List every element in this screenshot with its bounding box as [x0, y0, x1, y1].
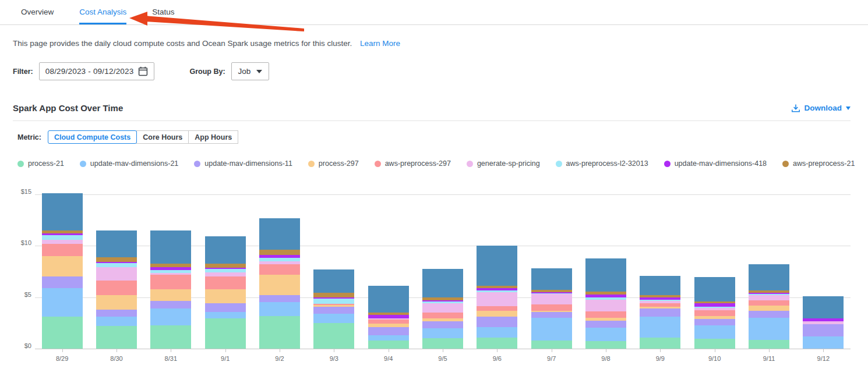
legend-item-update-mav-dimensions-418[interactable]: update-mav-dimensions-418 — [664, 159, 767, 168]
stacked-bar-9-8[interactable] — [585, 258, 626, 349]
bar-segment-update-mav-dimensions-21 — [205, 312, 246, 319]
legend-label: aws-preprocess-l2-32013 — [566, 159, 648, 168]
bar-segment-process-21 — [259, 316, 300, 349]
stacked-bar-9-7[interactable] — [531, 268, 572, 349]
legend-dot-icon — [664, 161, 671, 167]
bar-segment-other — [205, 236, 246, 264]
learn-more-link[interactable]: Learn More — [360, 39, 400, 48]
bar-segment-other — [803, 296, 844, 318]
description-text: This page provides the daily cloud compu… — [13, 39, 352, 48]
legend-dot-icon — [782, 161, 789, 167]
legend-dot-icon — [80, 161, 86, 167]
bar-segment-update-mav-dimensions-11 — [803, 324, 844, 336]
bar-segment-other — [368, 286, 409, 313]
legend-item-aws-preprocess-297[interactable]: aws-preprocess-297 — [375, 159, 451, 168]
bar-segment-other — [96, 230, 137, 257]
bar-segment-update-mav-dimensions-11 — [422, 321, 463, 328]
bar-segment-aws-preprocess-l2-32013 — [96, 263, 137, 267]
bar-segment-process-21 — [205, 318, 246, 349]
bar-segment-aws-preprocess-21 — [96, 257, 137, 262]
legend-dot-icon — [17, 161, 24, 167]
filter-row: Filter: 08/29/2023 - 09/12/2023 Group By… — [13, 62, 851, 80]
chart-plot — [35, 177, 851, 349]
legend-item-update-mav-dimensions-11[interactable]: update-mav-dimensions-11 — [194, 159, 292, 168]
bar-segment-other — [422, 269, 463, 297]
x-tick-label: 9/8 — [601, 355, 610, 362]
legend-dot-icon — [467, 161, 473, 167]
stacked-bar-9-3[interactable] — [313, 269, 354, 349]
legend-label: generate-sp-pricing — [477, 159, 540, 168]
bar-segment-update-mav-dimensions-11 — [42, 276, 83, 288]
bar-segment-other — [477, 246, 517, 286]
bar-segment-other — [259, 218, 300, 250]
stacked-bar-9-1[interactable] — [205, 236, 246, 349]
bar-segment-aws-preprocess-l2-32013 — [42, 235, 83, 240]
x-tick — [280, 349, 280, 352]
bar-segment-update-mav-dimensions-21 — [803, 336, 844, 349]
tab-overview[interactable]: Overview — [21, 8, 54, 24]
tab-status[interactable]: Status — [152, 8, 174, 24]
stacked-bar-9-4[interactable] — [368, 286, 409, 349]
legend-label: update-mav-dimensions-11 — [204, 159, 292, 168]
legend-item-generate-sp-pricing[interactable]: generate-sp-pricing — [467, 159, 540, 168]
bar-segment-other — [150, 230, 191, 264]
date-range-picker[interactable]: 08/29/2023 - 09/12/2023 — [39, 62, 155, 80]
section-divider — [13, 120, 851, 121]
legend-label: process-297 — [319, 159, 359, 168]
stacked-bar-8-30[interactable] — [96, 230, 137, 349]
stacked-bar-9-6[interactable] — [477, 246, 517, 349]
bar-segment-update-mav-dimensions-21 — [259, 302, 300, 316]
legend-item-process-21[interactable]: process-21 — [17, 159, 64, 168]
group-by-dropdown[interactable]: Job — [231, 62, 270, 80]
legend-item-process-297[interactable]: process-297 — [308, 159, 359, 168]
metric-button-app-hours[interactable]: App Hours — [188, 130, 238, 144]
legend-item-aws-preprocess-l2-32013[interactable]: aws-preprocess-l2-32013 — [556, 159, 648, 168]
bar-segment-update-mav-dimensions-11 — [205, 303, 246, 312]
legend-label: update-mav-dimensions-418 — [675, 159, 767, 168]
legend-dot-icon — [194, 161, 200, 167]
bar-segment-process-21 — [96, 326, 137, 349]
x-tick — [117, 349, 117, 352]
x-tick — [225, 349, 226, 352]
stacked-bar-9-11[interactable] — [749, 264, 789, 349]
chart-legend: process-21update-mav-dimensions-21update… — [13, 159, 851, 168]
bar-segment-update-mav-dimensions-21 — [313, 314, 354, 323]
stacked-bar-9-12[interactable] — [803, 296, 844, 349]
bar-segment-aws-preprocess-297 — [205, 276, 246, 289]
bar-segment-other — [749, 264, 789, 290]
bar-segment-update-mav-dimensions-11 — [531, 312, 572, 318]
bar-segment-aws-preprocess-21 — [313, 293, 354, 297]
bar-segment-update-mav-dimensions-21 — [640, 317, 680, 338]
x-tick — [171, 349, 171, 352]
bar-segment-aws-preprocess-297 — [259, 264, 300, 275]
page-description: This page provides the daily cloud compu… — [13, 39, 851, 48]
bar-segment-process-21 — [313, 323, 354, 349]
bar-segment-update-mav-dimensions-11 — [694, 319, 735, 325]
stacked-bar-8-29[interactable] — [42, 193, 83, 349]
x-axis-labels: 8/298/308/319/19/29/39/49/59/69/79/89/99… — [13, 349, 851, 369]
stacked-bar-8-31[interactable] — [150, 230, 191, 349]
bar-segment-aws-preprocess-297 — [585, 311, 626, 318]
bar-segment-update-mav-dimensions-21 — [749, 318, 789, 340]
bar-segment-update-mav-dimensions-11 — [477, 317, 517, 327]
bar-segment-aws-preprocess-297 — [96, 281, 137, 295]
stacked-bar-9-10[interactable] — [694, 277, 735, 349]
stacked-bar-9-5[interactable] — [422, 269, 463, 349]
x-tick — [606, 349, 606, 352]
stacked-bar-9-9[interactable] — [640, 276, 680, 349]
bar-segment-update-mav-dimensions-11 — [585, 321, 626, 327]
x-tick-label: 8/31 — [165, 355, 177, 362]
metric-button-cloud-compute-costs[interactable]: Cloud Compute Costs — [48, 130, 137, 144]
bar-segment-process-21 — [42, 317, 83, 349]
metric-button-core-hours[interactable]: Core Hours — [136, 130, 189, 144]
legend-item-update-mav-dimensions-21[interactable]: update-mav-dimensions-21 — [80, 159, 178, 168]
bar-segment-other — [531, 268, 572, 290]
bar-segment-generate-sp-pricing — [42, 240, 83, 244]
bar-segment-other — [313, 269, 354, 293]
legend-item-aws-preprocess-21[interactable]: aws-preprocess-21 — [782, 159, 855, 168]
download-button[interactable]: Download — [791, 104, 851, 113]
x-tick — [443, 349, 443, 352]
x-tick-label: 9/5 — [438, 355, 447, 362]
stacked-bar-9-2[interactable] — [259, 218, 300, 349]
tab-cost-analysis[interactable]: Cost Analysis — [79, 8, 126, 24]
